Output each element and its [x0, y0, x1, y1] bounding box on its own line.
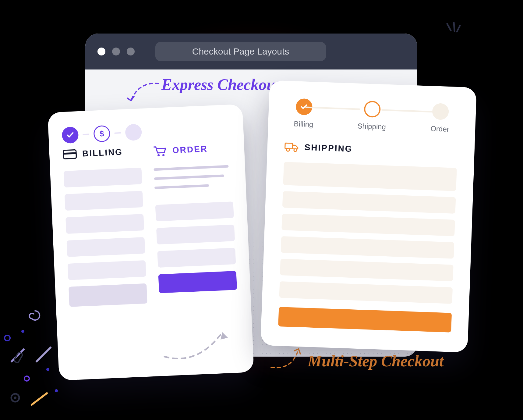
form-field-placeholder — [157, 248, 236, 268]
form-field-placeholder — [283, 162, 457, 191]
svg-point-3 — [162, 154, 164, 156]
svg-rect-1 — [63, 152, 76, 155]
billing-column: BILLING — [62, 146, 147, 307]
svg-point-13 — [46, 368, 49, 371]
svg-point-7 — [5, 335, 10, 341]
multistep-checkout-card: Billing Shipping Order SHIPPING — [260, 80, 477, 352]
step-indicator-current — [364, 101, 381, 118]
express-checkout-card: $ BILLING ORDER — [48, 104, 254, 380]
svg-rect-10 — [14, 352, 23, 363]
svg-line-16 — [32, 393, 47, 405]
doodle-slash-icon — [29, 390, 51, 408]
svg-line-9 — [12, 349, 24, 361]
step-connector — [114, 132, 121, 134]
doodle-rect-icon — [13, 351, 27, 365]
shipping-section: SHIPPING — [260, 131, 475, 350]
step-label: Shipping — [357, 122, 386, 131]
doodle-sparkle-top-right — [442, 21, 463, 43]
text-placeholder-line — [154, 165, 228, 171]
submit-button-placeholder — [158, 271, 237, 293]
svg-point-17 — [55, 389, 58, 392]
form-field-placeholder — [65, 214, 144, 234]
form-field-placeholder — [68, 260, 146, 280]
form-field-placeholder — [281, 214, 455, 236]
step-label: Billing — [294, 119, 313, 129]
step-connector — [83, 133, 89, 135]
form-field-placeholder — [69, 283, 147, 307]
form-field-placeholder — [281, 236, 454, 259]
multistep-steps: Billing Shipping Order — [268, 80, 477, 139]
doodle-circle-icon — [23, 375, 30, 382]
text-placeholder-line — [154, 174, 224, 180]
order-title: ORDER — [172, 144, 208, 155]
svg-point-8 — [21, 330, 24, 333]
window-title: Checkout Page Layouts — [192, 46, 289, 57]
svg-point-14 — [11, 394, 19, 402]
doodle-dot-icon — [46, 367, 50, 372]
doodle-slash-icon — [9, 347, 27, 365]
doodle-circle-icon — [9, 392, 21, 404]
step-billing: Billing — [285, 98, 323, 129]
step-shipping: Shipping — [353, 100, 391, 131]
truck-icon — [284, 141, 299, 153]
doodle-slash-icon — [34, 344, 55, 366]
doodle-spiral-icon — [27, 308, 43, 323]
svg-point-6 — [294, 149, 297, 151]
doodle-dot-icon — [21, 329, 25, 333]
traffic-dot-icon — [112, 48, 120, 55]
text-placeholder-line — [154, 184, 209, 189]
shipping-title: SHIPPING — [304, 143, 353, 154]
svg-rect-4 — [285, 143, 293, 149]
form-field-placeholder — [280, 259, 454, 281]
form-field-placeholder — [66, 237, 145, 257]
form-field-placeholder — [282, 191, 456, 214]
svg-line-11 — [37, 347, 51, 361]
cart-icon — [153, 144, 167, 157]
svg-point-12 — [24, 376, 29, 381]
svg-point-5 — [287, 148, 289, 151]
doodle-circle-icon — [3, 334, 12, 342]
step-indicator-current: $ — [93, 125, 110, 142]
credit-card-icon — [62, 148, 77, 160]
form-field-placeholder — [155, 201, 234, 221]
billing-title: BILLING — [82, 147, 123, 159]
svg-point-2 — [157, 154, 160, 156]
form-field-placeholder — [64, 168, 142, 187]
address-bar: Checkout Page Layouts — [155, 42, 326, 61]
dollar-icon: $ — [99, 129, 104, 139]
traffic-dot-icon — [97, 48, 105, 55]
step-label: Order — [430, 124, 449, 133]
form-field-placeholder — [279, 281, 453, 304]
step-order: Order — [422, 103, 459, 134]
step-indicator-upcoming — [125, 124, 142, 141]
browser-header: Checkout Page Layouts — [85, 34, 417, 69]
form-field-placeholder — [65, 191, 143, 211]
traffic-lights — [97, 48, 135, 55]
submit-button-placeholder — [278, 307, 452, 333]
traffic-dot-icon — [127, 48, 135, 55]
check-icon — [66, 131, 75, 140]
step-indicator-complete — [62, 126, 79, 144]
doodle-dot-icon — [54, 389, 58, 393]
order-column: ORDER — [153, 142, 237, 303]
form-field-placeholder — [156, 225, 235, 244]
svg-point-15 — [14, 397, 16, 399]
